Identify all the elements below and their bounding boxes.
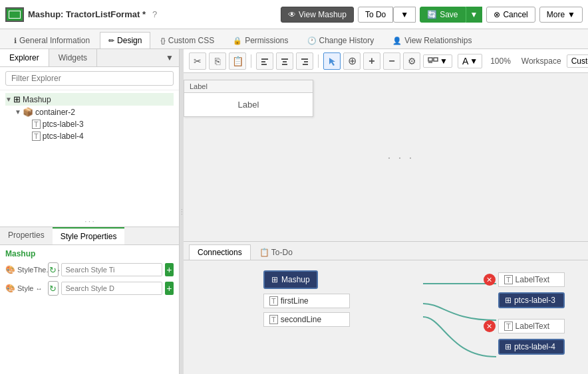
tree-item-mashup[interactable]: ▼ ⊞ Mashup xyxy=(5,93,174,106)
tab-properties[interactable]: Properties xyxy=(0,227,53,244)
svg-rect-10 xyxy=(428,58,432,61)
workspace-label: Workspace xyxy=(521,56,561,66)
style-label: 🎨 Style ↔ xyxy=(5,284,45,293)
label-node-delete-2[interactable]: ✕ xyxy=(484,320,496,332)
svg-rect-11 xyxy=(434,58,438,61)
t-icon-1: T xyxy=(504,275,513,284)
style-add-button[interactable]: + xyxy=(165,282,174,295)
style-theme-add-button[interactable]: + xyxy=(165,263,174,276)
label-text-node-1: T LabelText xyxy=(498,272,565,287)
svg-rect-0 xyxy=(261,58,268,60)
view-mode-dropdown[interactable]: ▼ xyxy=(423,54,452,68)
add-widget-button[interactable]: ⊕ xyxy=(343,52,361,70)
main-layout: Explorer Widgets ▼ ▼ ⊞ Mashup ▼ 📦 contai… xyxy=(0,49,588,374)
port-t-icon-2: T xyxy=(269,315,278,324)
style-theme-refresh-button[interactable]: ↻ xyxy=(48,262,59,277)
tab-widgets[interactable]: Widgets xyxy=(49,49,97,66)
svg-rect-5 xyxy=(282,64,287,65)
label-node-row-1: ✕ T LabelText xyxy=(484,272,565,287)
tree-item-label4[interactable]: T ptcs-label-4 xyxy=(5,130,174,142)
style-section-title: Mashup xyxy=(5,249,174,258)
view-mashup-button[interactable]: 👁 View Mashup xyxy=(281,7,354,23)
tab-explorer[interactable]: Explorer xyxy=(0,49,49,66)
align-center-button[interactable] xyxy=(276,52,293,70)
explorer-search xyxy=(0,67,179,90)
svg-rect-4 xyxy=(283,61,287,62)
tab-design[interactable]: ✏ Design xyxy=(100,32,150,48)
tab-css[interactable]: {} Custom CSS xyxy=(152,32,223,48)
svg-rect-2 xyxy=(261,64,267,65)
port-secondline[interactable]: T secondLine xyxy=(263,312,350,328)
style-refresh-button[interactable]: ↻ xyxy=(48,281,59,296)
align-right-icon xyxy=(300,56,309,66)
chevron-down-icon: ▼ xyxy=(440,56,448,66)
copy-button[interactable]: ⎘ xyxy=(209,52,226,70)
ptcs-label-4-node[interactable]: ⊞ ptcs-label-4 xyxy=(498,339,565,355)
align-center-icon xyxy=(280,56,289,66)
tab-permissions[interactable]: 🔒 Permissions xyxy=(224,32,297,48)
style-theme-icon: 🎨 xyxy=(5,265,15,274)
canvas-resize-handle[interactable]: · · · xyxy=(387,150,414,164)
svg-rect-7 xyxy=(304,61,308,62)
zoom-in-button[interactable]: + xyxy=(363,52,380,70)
port-firstline[interactable]: T firstLine xyxy=(263,294,350,310)
workspace-dropdown[interactable]: Custom ▼ xyxy=(567,54,588,68)
tab-history[interactable]: 🕐 Change History xyxy=(299,32,383,48)
more-arrow-icon: ▼ xyxy=(567,10,575,19)
canvas-top: Label Label · · · xyxy=(184,73,588,241)
save-icon: 🔄 xyxy=(427,10,437,19)
save-dropdown-button[interactable]: ▼ xyxy=(466,7,483,23)
todo-button[interactable]: To Do xyxy=(358,7,393,23)
style-theme-label: 🎨 StyleThe... ↔ xyxy=(5,265,45,274)
tab-todo[interactable]: 📋 To-Do xyxy=(251,244,301,260)
tree-toggle-mashup[interactable]: ▼ xyxy=(5,96,13,103)
tab-relationships[interactable]: 👤 View Relationships xyxy=(384,32,480,48)
label-node-delete-1[interactable]: ✕ xyxy=(484,274,496,286)
label-node-row-4: ⊞ ptcs-label-4 xyxy=(498,339,565,355)
tree-toggle-container2[interactable]: ▼ xyxy=(15,108,23,116)
svg-rect-6 xyxy=(301,58,308,60)
panel-collapse-button[interactable]: ▼ xyxy=(160,49,179,66)
settings-button[interactable]: ⚙ xyxy=(403,52,420,70)
mashup-connection-node[interactable]: ⊞ Mashup xyxy=(263,270,318,289)
label-widget[interactable]: Label Label xyxy=(184,80,313,117)
select-tool-button[interactable] xyxy=(323,52,341,70)
tree-item-label3[interactable]: T ptcs-label-3 xyxy=(5,118,174,130)
box-icon-2: ⊞ xyxy=(505,342,512,351)
todo-dropdown-button[interactable]: ▼ xyxy=(393,7,416,23)
tab-connections[interactable]: Connections xyxy=(189,244,251,260)
text-chevron-icon: ▼ xyxy=(470,56,478,66)
cut-button[interactable]: ✂ xyxy=(189,52,206,70)
more-button[interactable]: More ▼ xyxy=(539,7,583,23)
style-theme-row: 🎨 StyleThe... ↔ ↻ + xyxy=(5,262,174,277)
cancel-button[interactable]: ⊗ Cancel xyxy=(486,7,535,23)
cancel-icon: ⊗ xyxy=(494,10,500,19)
view-mode-icon xyxy=(428,56,438,66)
align-left-button[interactable] xyxy=(256,52,273,70)
text-tool-dropdown[interactable]: A ▼ xyxy=(458,54,482,68)
paste-button[interactable]: 📋 xyxy=(229,52,246,70)
ptcs-label-3-node[interactable]: ⊞ ptcs-label-3 xyxy=(498,292,565,308)
style-search-input[interactable] xyxy=(61,282,162,295)
connections-label: Connections xyxy=(198,248,242,257)
tab-general[interactable]: ℹ General Information xyxy=(5,32,98,48)
tab-style-properties[interactable]: Style Properties xyxy=(53,227,125,244)
align-right-button[interactable] xyxy=(296,52,313,70)
save-button[interactable]: 🔄 Save xyxy=(420,7,465,23)
style-theme-search-input[interactable] xyxy=(61,263,162,276)
filter-explorer-input[interactable] xyxy=(5,71,174,86)
style-icon: 🎨 xyxy=(5,284,15,293)
zoom-out-button[interactable]: − xyxy=(383,52,400,70)
help-icon[interactable]: ? xyxy=(152,9,157,19)
plus-circle-icon: ⊕ xyxy=(348,54,357,67)
page-title: Mashup: TractorListFormat * xyxy=(28,9,146,19)
mashup-node-icon: ⊞ xyxy=(271,275,278,284)
label-node-row-2: ⊞ ptcs-label-3 xyxy=(498,292,565,308)
svg-rect-1 xyxy=(261,61,265,62)
port-firstline-label: firstLine xyxy=(281,296,309,306)
panel-resize-handle[interactable]: · · · xyxy=(0,217,179,227)
label3-icon: T xyxy=(32,120,41,129)
tree-item-container2[interactable]: ▼ 📦 container-2 xyxy=(5,106,174,118)
connections-diagram: ⊞ Mashup T firstLine T xyxy=(184,260,588,374)
info-icon: ℹ xyxy=(14,37,17,45)
